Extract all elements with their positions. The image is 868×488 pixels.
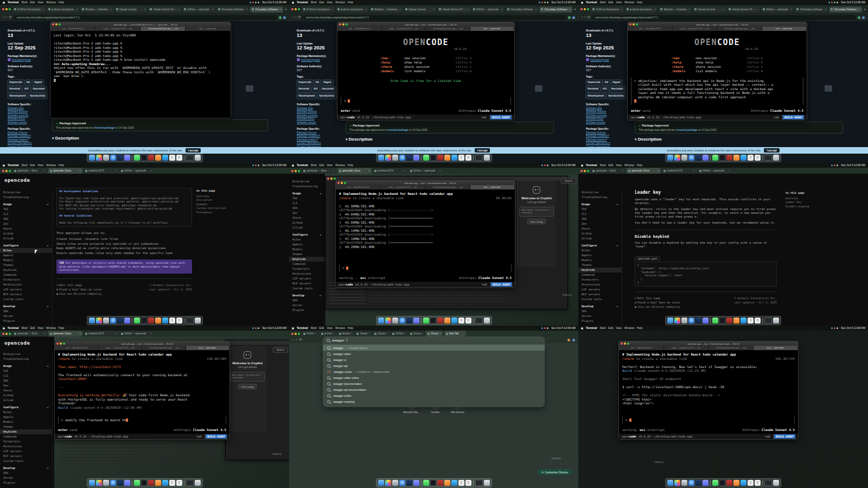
menubar-menu[interactable]: Window	[46, 0, 56, 5]
docs-sidebar-item[interactable]: SDK	[578, 217, 622, 221]
tag-pill[interactable]: #cli	[23, 86, 30, 92]
tui-menu-row[interactable]: /shareshare sessionctrl+x s	[380, 65, 471, 69]
terminal-tab[interactable]: ~/Desktop/add-todo-app — -zsh	[717, 27, 762, 31]
menubar-clock[interactable]: Sun Oct 5 12:09 AM	[262, 326, 286, 331]
vscode-editor[interactable]	[369, 285, 505, 305]
docs-sidebar-item[interactable]: Plugins	[578, 319, 622, 324]
browser-tab[interactable]: Claude Sonnet 4.5 — B…×	[727, 7, 760, 12]
docs-sidebar-item[interactable]: Enterprise	[578, 190, 622, 195]
terminal-titlebar[interactable]: add-todo-app — bun ~/.bun/bin/opencode —…	[55, 341, 229, 346]
docs-sidebar-item[interactable]: Commands	[0, 434, 52, 439]
browser-tab[interactable]: ai-driven-developme…×	[320, 331, 336, 337]
docs-sidebar-item[interactable]: Server	[289, 303, 325, 308]
model-name[interactable]: Claude Sonnet 4.5	[478, 276, 512, 280]
tag-pill[interactable]: #development	[586, 93, 605, 99]
vlc-icon[interactable]	[444, 480, 450, 486]
docs-sidebar-item[interactable]: LSP servers	[0, 287, 52, 292]
tab-close-icon[interactable]: ×	[144, 7, 146, 12]
search-suggestion[interactable]: swagger documentation	[323, 381, 545, 386]
menubar-menu[interactable]: Edit	[30, 326, 35, 331]
screenshot-thumbnail[interactable]	[186, 155, 194, 161]
docs-sidebar-item[interactable]: SDK	[0, 471, 52, 476]
browser-tab-bar[interactable]: AI-Driven Developme…×ai-driven-developme…	[289, 5, 578, 14]
safari-icon[interactable]	[688, 155, 694, 161]
maintainer-link[interactable]: homebringmeat	[590, 58, 609, 61]
browser-tab[interactable]: localhost:5173×	[84, 168, 118, 174]
discord-icon[interactable]	[124, 480, 130, 486]
window-controls[interactable]	[291, 8, 300, 10]
tv-icon[interactable]	[726, 480, 732, 486]
finder-icon[interactable]	[378, 480, 384, 486]
menubar-menu[interactable]: Edit	[30, 163, 35, 168]
missing-app-icon[interactable]: ?	[458, 480, 464, 486]
screenshot-thumbnail[interactable]	[186, 480, 194, 486]
apple-icon[interactable]	[3, 327, 5, 329]
tv-icon[interactable]	[148, 480, 154, 486]
menubar-menu[interactable]: Window	[335, 326, 345, 331]
docs-sidebar-item[interactable]: Configure	[0, 243, 52, 248]
missing-app-icon[interactable]: ?	[748, 155, 754, 161]
browser-tab[interactable]: Modules — Downloa…×	[337, 331, 354, 337]
docs-sidebar-item[interactable]: GitHub	[289, 220, 325, 225]
url-bar[interactable]: community.chocolatey.org/packages/openco…	[303, 15, 566, 20]
browser-tab-bar[interactable]: opencode — Docs×opencode | Docs×localhos…	[0, 331, 289, 337]
browser-tab-active[interactable]: New Tab	[444, 331, 466, 337]
docs-sidebar-item[interactable]: Rules	[289, 237, 325, 242]
window-controls[interactable]	[291, 333, 300, 335]
docs-sidebar-item[interactable]: Models	[0, 420, 52, 424]
docs-sidebar-item[interactable]: Keybinds	[578, 268, 622, 272]
safari-icon[interactable]	[110, 480, 116, 486]
docs-sidebar-item[interactable]: Rules	[578, 248, 622, 253]
messages-icon[interactable]	[712, 318, 718, 324]
terminal-tab[interactable]: node — localhost:5173 — vite	[382, 27, 426, 31]
build-agent-badge[interactable]: BUILD AGENT	[490, 282, 512, 287]
terminal-window[interactable]: add-todo-app — bun ~/.bun/bin/opencode —…	[618, 341, 799, 440]
settings-icon[interactable]	[681, 155, 687, 161]
settings-icon[interactable]	[392, 318, 398, 324]
tui-menu-row[interactable]: /helpshow helpctrl+x h	[672, 60, 763, 65]
missing-app-icon[interactable]: ?	[465, 318, 471, 324]
tag-pill[interactable]: #agent	[322, 80, 333, 86]
docs-sidebar-item[interactable]: CLI	[0, 212, 52, 217]
tag-pill[interactable]: #development	[8, 93, 27, 99]
software-link[interactable]: Software Issues	[8, 121, 50, 124]
menubar-menu[interactable]: Edit	[609, 326, 614, 331]
docs-sidebar-item[interactable]: Enterprise	[0, 190, 52, 195]
tag-pill[interactable]: #terminal	[8, 86, 22, 92]
docs-sidebar-item[interactable]: GitLab	[0, 398, 52, 403]
safari-icon[interactable]	[688, 480, 694, 486]
discord-icon[interactable]	[703, 318, 709, 324]
discord-icon[interactable]	[413, 480, 419, 486]
menubar-menu[interactable]: View	[616, 326, 622, 331]
model-name[interactable]: Claude Sonnet 4.5	[478, 109, 511, 113]
docs-sidebar-item[interactable]: Custom tools	[0, 459, 52, 464]
menubar-menu[interactable]: Shell	[21, 0, 27, 5]
reload-icon[interactable]: ⟳	[587, 14, 590, 21]
dock[interactable]: ??	[665, 478, 781, 487]
docs-sidebar-item[interactable]: GitHub	[578, 231, 622, 236]
browser-tab[interactable]: GitHub — opencode×	[761, 7, 794, 12]
settings-icon[interactable]	[392, 155, 398, 161]
terminal-tab[interactable]: ~/Desktop/add-todo-app — -zsh	[142, 346, 186, 350]
docs-logo[interactable]: opencode	[4, 340, 30, 346]
search-suggestion[interactable]: swagger online	[323, 392, 545, 398]
page-action-button[interactable]	[535, 85, 542, 92]
safari-icon[interactable]	[399, 318, 405, 324]
docs-sidebar-item[interactable]: Agents	[0, 253, 52, 258]
docs-logo[interactable]: opencode	[4, 178, 30, 183]
toc-item[interactable]: Leader key	[786, 200, 824, 205]
docs-sidebar-item[interactable]: GitHub	[0, 393, 52, 398]
missing-app-icon[interactable]: ?	[169, 318, 175, 324]
docs-sidebar-item[interactable]: Models	[289, 247, 325, 252]
docs-sidebar-item[interactable]: Zen	[0, 221, 52, 226]
menubar-clock[interactable]: Sun Oct 5 12:09 AM	[841, 163, 865, 168]
docs-sidebar-item[interactable]: Usage	[578, 202, 622, 207]
missing-app-icon[interactable]: ?	[465, 155, 471, 161]
vlc-icon[interactable]	[733, 318, 739, 324]
docs-sidebar-item[interactable]: Usage	[0, 202, 52, 207]
toc-item[interactable]: Disable keybind	[786, 205, 824, 209]
docs-sidebar-item[interactable]: Zen	[578, 221, 622, 226]
photos-icon[interactable]	[96, 155, 102, 161]
description-heading[interactable]: ▾ Description	[635, 137, 662, 142]
docs-sidebar-item[interactable]: Models	[0, 258, 52, 263]
